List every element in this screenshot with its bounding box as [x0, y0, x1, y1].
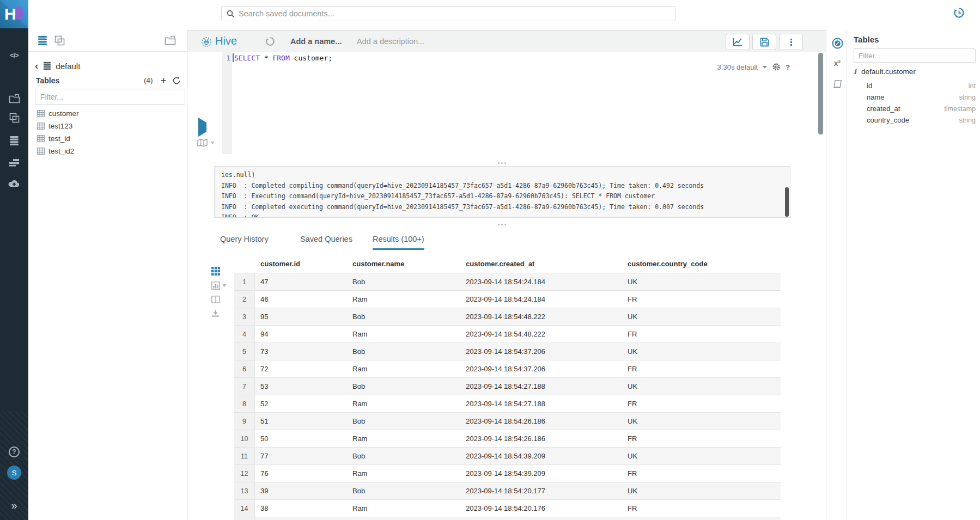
- execution-log-panel[interactable]: ies.null) INFO : Completed compiling com…: [214, 166, 790, 218]
- back-chevron-icon[interactable]: ‹: [35, 62, 38, 70]
- assist-tab-documents[interactable]: [54, 35, 65, 46]
- cell-created-at: 2023-09-14 18:54:20.176: [460, 504, 622, 512]
- copy-icon: [9, 113, 20, 123]
- tab-saved-queries[interactable]: Saved Queries: [300, 235, 352, 248]
- cell-name: Bob: [347, 417, 460, 425]
- language-reference-tab[interactable]: [831, 78, 843, 90]
- table-row: 5 73 Bob 2023-09-14 18:54:37.206 UK: [234, 342, 781, 360]
- info-icon[interactable]: i: [854, 68, 856, 76]
- copy-documents-icon[interactable]: [0, 111, 28, 125]
- chart-button[interactable]: [726, 34, 750, 50]
- right-filter-input[interactable]: [854, 48, 976, 63]
- assistant-tab-active[interactable]: [831, 37, 843, 49]
- tab-results-active[interactable]: Results (100+): [373, 235, 424, 250]
- grid-view-button[interactable]: [211, 267, 231, 276]
- user-avatar[interactable]: S: [0, 466, 28, 480]
- cell-country-code: UK: [622, 417, 781, 425]
- refresh-tables-button[interactable]: [172, 76, 181, 85]
- column-entry[interactable]: created_at timestamp: [867, 103, 976, 114]
- log-resize-handle-bottom[interactable]: [492, 222, 511, 227]
- row-number: 2: [234, 291, 255, 308]
- table-list-item[interactable]: customer: [28, 107, 187, 120]
- search-icon: [227, 10, 235, 18]
- settings-gear-icon[interactable]: [772, 63, 781, 71]
- hue-parrot-shape: [16, 7, 23, 20]
- search-input[interactable]: [239, 9, 670, 18]
- editor-scrollbar[interactable]: [818, 53, 823, 134]
- document-search[interactable]: [221, 6, 675, 21]
- functions-tab[interactable]: x²: [831, 57, 843, 69]
- jobs-icon[interactable]: [0, 155, 28, 169]
- cell-id: 72: [255, 365, 347, 373]
- query-history-icon[interactable]: [953, 7, 965, 19]
- column-header-created-at[interactable]: customer.created_at: [460, 260, 622, 268]
- tables-filter-input[interactable]: [35, 89, 185, 105]
- cell-name: Ram: [347, 435, 460, 443]
- tab-query-history[interactable]: Query History: [220, 235, 269, 248]
- right-assist-rail: x²: [826, 30, 847, 520]
- column-header-country-code[interactable]: customer.country_code: [622, 260, 781, 268]
- cell-country-code: UK: [622, 382, 781, 390]
- log-line: INFO : Completed compiling command(query…: [221, 181, 783, 192]
- table-name: test123: [48, 122, 72, 130]
- documents-folder-icon[interactable]: [0, 91, 28, 106]
- row-number: 5: [234, 343, 255, 360]
- execute-query-button[interactable]: [198, 123, 210, 133]
- more-actions-button[interactable]: [779, 34, 803, 50]
- left-assist-panel: ‹ default Tables (4) +: [28, 30, 187, 520]
- column-header-id[interactable]: customer.id: [255, 260, 347, 268]
- cell-country-code: FR: [622, 400, 781, 408]
- tables-database-icon[interactable]: [0, 133, 28, 148]
- log-resize-handle-top[interactable]: [492, 161, 511, 165]
- cell-name: Ram: [347, 469, 460, 478]
- query-name-field[interactable]: Add a name...: [290, 37, 342, 46]
- log-scrollbar[interactable]: [785, 187, 789, 217]
- editor-help-icon[interactable]: ?: [786, 63, 790, 71]
- engine-selector[interactable]: Hive: [215, 35, 237, 47]
- exec-time-engine-dropdown[interactable]: 3.30s default: [717, 63, 758, 71]
- download-results-button[interactable]: [211, 309, 231, 317]
- chart-view-button[interactable]: [211, 282, 231, 290]
- tables-label: Tables: [36, 76, 59, 85]
- right-assist-panel: x² Tables i default.customer id int name…: [826, 30, 980, 520]
- assist-tab-databases[interactable]: [37, 35, 48, 46]
- query-undo-history-icon[interactable]: [265, 36, 275, 46]
- hue-logo[interactable]: H: [0, 0, 28, 28]
- table-columns-list: id int name string created_at timestamp …: [867, 80, 976, 126]
- sql-statement[interactable]: SELECT * FROM customer;: [234, 54, 332, 62]
- editor-icon[interactable]: </>: [0, 48, 28, 62]
- active-table-entry[interactable]: i default.customer: [854, 68, 916, 76]
- column-header-name[interactable]: customer.name: [347, 260, 460, 268]
- cell-country-code: UK: [622, 347, 781, 356]
- cell-name: Bob: [347, 313, 460, 321]
- table-list-item[interactable]: test_id2: [28, 145, 187, 157]
- presentation-mode-button[interactable]: [197, 139, 215, 147]
- table-row: 8 52 Ram 2023-09-14 18:54:27.188 FR: [234, 395, 781, 412]
- expand-sidebar-button[interactable]: »: [0, 498, 28, 512]
- columns-view-button[interactable]: [211, 296, 231, 303]
- table-list-item[interactable]: test_id: [28, 132, 187, 145]
- cell-created-at: 2023-09-14 18:54:26.186: [460, 435, 622, 443]
- database-breadcrumb[interactable]: ‹ default: [28, 60, 80, 71]
- partial-next-row: [234, 517, 781, 520]
- table-row: 4 94 Ram 2023-09-14 18:54:48.222 FR: [234, 325, 781, 342]
- column-entry[interactable]: name string: [867, 91, 976, 103]
- row-number: 7: [234, 378, 255, 395]
- query-description-field[interactable]: Add a description...: [357, 37, 424, 46]
- add-table-button[interactable]: +: [161, 75, 166, 86]
- cloud-upload-icon[interactable]: [0, 176, 28, 191]
- cell-country-code: UK: [622, 452, 781, 460]
- help-icon[interactable]: ?: [0, 445, 28, 459]
- table-row: 7 53 Bob 2023-09-14 18:54:27.188 UK: [234, 377, 781, 395]
- database-icon: [9, 136, 20, 146]
- column-entry[interactable]: country_code string: [867, 114, 976, 126]
- download-icon: [211, 309, 220, 317]
- line-chart-icon: [733, 38, 742, 46]
- cell-created-at: 2023-09-14 18:54:39.209: [460, 452, 622, 460]
- assist-open-folder-button[interactable]: [165, 35, 176, 45]
- save-button[interactable]: [752, 34, 776, 50]
- results-rows: 1 47 Bob 2023-09-14 18:54:24.184 UK 2 46…: [234, 273, 781, 517]
- cell-name: Ram: [347, 365, 460, 373]
- table-list-item[interactable]: test123: [28, 120, 187, 132]
- column-entry[interactable]: id int: [867, 80, 976, 91]
